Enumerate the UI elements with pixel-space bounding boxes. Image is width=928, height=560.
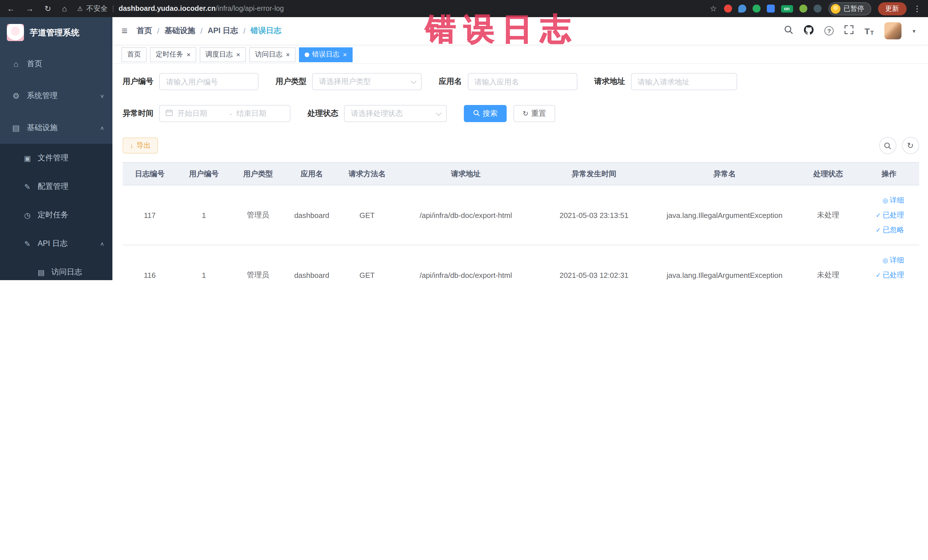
address-divider: | — [112, 5, 114, 12]
forward-button[interactable]: → — [26, 4, 34, 13]
breadcrumb-separator: / — [157, 26, 159, 35]
search-button-label: 搜索 — [483, 108, 498, 119]
font-size-large-glyph: T — [864, 26, 870, 36]
breadcrumb: 首页/基础设施/API 日志/错误日志 — [137, 26, 281, 36]
clock-icon: ◷ — [23, 211, 32, 220]
logo[interactable]: 芋道管理系统 — [0, 17, 112, 48]
extension-icon-red[interactable] — [724, 5, 732, 12]
extension-icon-green-circle[interactable] — [752, 5, 760, 12]
browser-home-button[interactable]: ⌂ — [62, 4, 67, 13]
bookmark-star-icon[interactable]: ☆ — [710, 4, 717, 13]
user-avatar[interactable] — [885, 22, 902, 40]
sidebar-item-label: 访问日志 — [51, 267, 104, 277]
sidebar-item-system[interactable]: ⚙ 系统管理 ∨ — [0, 80, 112, 112]
cell-actions: ◎详细✓已处理✓已忽略 — [859, 245, 919, 280]
tab-item-4[interactable]: 错误日志× — [299, 47, 353, 62]
toggle-search-button[interactable] — [879, 137, 896, 154]
detail-icon: ◎ — [883, 253, 888, 268]
sidebar-item-api-log[interactable]: ✎ API 日志 ∧ — [0, 229, 112, 258]
cell-method: GET — [338, 185, 396, 245]
dashboard-icon: ⌂ — [11, 60, 21, 69]
cell-status: 未处理 — [797, 245, 859, 280]
select-placeholder: 请选择处理状态 — [351, 108, 403, 119]
sidebar-item-home[interactable]: ⌂ 首页 — [0, 48, 112, 80]
sidebar-item-access-log[interactable]: ▤ 访问日志 — [0, 258, 112, 280]
sidebar-item-scheduled-jobs[interactable]: ◷ 定时任务 — [0, 201, 112, 229]
cell-status: 未处理 — [797, 185, 859, 245]
reset-button[interactable]: ↻ 重置 — [513, 105, 555, 122]
tab-close-icon[interactable]: × — [186, 50, 191, 58]
app-name-input[interactable] — [467, 73, 577, 90]
main-area: ≡ 首页/基础设施/API 日志/错误日志 ? TT — [112, 17, 928, 280]
sidebar-item-label: API 日志 — [38, 238, 94, 249]
filter-process-status: 处理状态 请选择处理状态 — [308, 105, 447, 122]
active-tab-dot — [305, 52, 309, 57]
sidebar-item-infrastructure[interactable]: ▤ 基础设施 ∧ — [0, 112, 112, 144]
tab-close-icon[interactable]: × — [343, 50, 347, 58]
page-content: 用户编号 用户类型 请选择用户类型 应用名 — [112, 64, 928, 280]
tab-item-1[interactable]: 定时任务× — [150, 47, 196, 62]
action-detail-link[interactable]: ◎详细 — [862, 253, 904, 268]
tab-item-2[interactable]: 调度日志× — [200, 47, 246, 62]
help-icon[interactable]: ? — [824, 26, 833, 35]
github-icon[interactable] — [804, 25, 814, 37]
user-type-select[interactable]: 请选择用户类型 — [312, 73, 422, 90]
tab-close-icon[interactable]: × — [236, 50, 240, 58]
font-size-icon[interactable]: TT — [864, 26, 874, 36]
filter-row-1: 用户编号 用户类型 请选择用户类型 应用名 — [123, 73, 919, 90]
user-id-input[interactable] — [159, 73, 258, 90]
cell-time: 2021-05-03 12:02:31 — [536, 245, 652, 280]
browser-menu-icon[interactable]: ⋮ — [913, 4, 921, 13]
gear-icon: ⚙ — [11, 91, 21, 101]
filter-request-url: 请求地址 — [594, 73, 737, 90]
tab-close-icon[interactable]: × — [286, 50, 290, 58]
back-button[interactable]: ← — [7, 4, 15, 13]
breadcrumb-item[interactable]: 基础设施 — [165, 26, 195, 36]
extension-icon-leaf[interactable] — [799, 5, 807, 12]
extension-icon-paw[interactable] — [814, 5, 821, 12]
avatar-caret-icon[interactable]: ▾ — [913, 27, 916, 34]
request-url-input[interactable] — [631, 73, 737, 90]
extension-icon-on-badge[interactable]: on — [781, 5, 793, 12]
sidebar-toggle-button[interactable]: ≡ — [122, 25, 128, 37]
fullscreen-icon[interactable] — [844, 25, 853, 37]
sidebar-item-label: 配置管理 — [38, 182, 104, 192]
action-processed-link[interactable]: ✓已处理 — [862, 208, 904, 223]
security-label[interactable]: 不安全 — [86, 4, 108, 14]
cell-user-type: 管理员 — [231, 245, 285, 280]
column-header-exception-name: 异常名 — [652, 162, 797, 185]
search-icon[interactable] — [784, 25, 793, 37]
action-ignored-link[interactable]: ✓已忽略 — [862, 223, 904, 237]
column-header-user-id: 用户编号 — [177, 162, 231, 185]
chevron-up-icon: ∧ — [100, 125, 104, 131]
tab-item-3[interactable]: 访问日志× — [249, 47, 296, 62]
reload-button[interactable]: ↻ — [44, 4, 51, 13]
address-bar[interactable]: ⚠ 不安全 | dashboard.yudao.iocoder.cn/infra… — [77, 4, 710, 14]
browser-update-button[interactable]: 更新 — [878, 2, 906, 15]
filter-exception-time: 异常时间 开始日期 - 结束日期 — [123, 105, 290, 122]
action-processed-link[interactable]: ✓已处理 — [862, 268, 904, 280]
component-icon: ▤ — [11, 123, 21, 132]
search-button[interactable]: 搜索 — [464, 105, 507, 122]
sidebar-item-file-management[interactable]: ▣ 文件管理 — [0, 144, 112, 172]
date-range-picker[interactable]: 开始日期 - 结束日期 — [159, 105, 290, 122]
refresh-table-button[interactable]: ↻ — [902, 137, 919, 154]
processed-icon: ✓ — [876, 208, 881, 223]
extension-icon-blue-grid[interactable] — [766, 5, 774, 12]
tab-label: 定时任务 — [156, 50, 183, 60]
processed-icon: ✓ — [876, 268, 881, 280]
tab-item-0[interactable]: 首页 — [122, 47, 147, 62]
security-warning-icon: ⚠ — [77, 5, 83, 12]
profile-chip[interactable]: 已暂停 — [828, 2, 871, 15]
extension-icon-blue-drop[interactable] — [738, 5, 746, 12]
cell-id: 117 — [123, 185, 177, 245]
sidebar-item-config-management[interactable]: ✎ 配置管理 — [0, 172, 112, 201]
action-label: 详细 — [890, 253, 904, 268]
breadcrumb-item[interactable]: 首页 — [137, 26, 152, 36]
process-status-select[interactable]: 请选择处理状态 — [344, 105, 447, 122]
action-detail-link[interactable]: ◎详细 — [862, 193, 904, 208]
chevron-down-icon — [436, 110, 442, 116]
filter-label: 应用名 — [439, 76, 462, 87]
export-button[interactable]: ↓ 导出 — [123, 137, 158, 154]
breadcrumb-item[interactable]: API 日志 — [208, 26, 238, 36]
